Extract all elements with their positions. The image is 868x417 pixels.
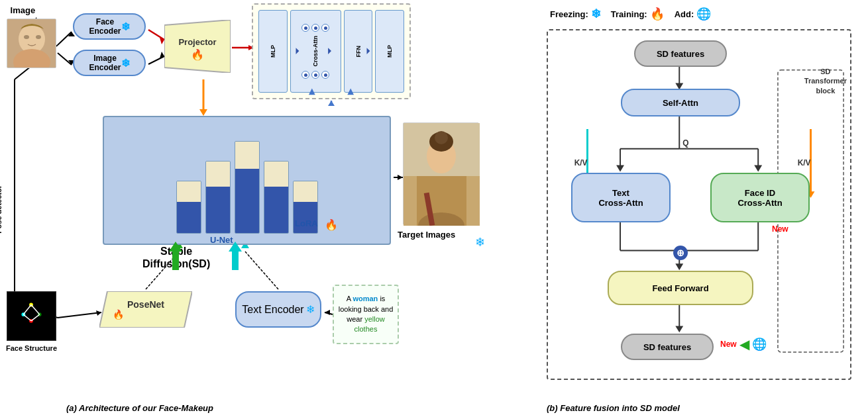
svg-text:Projector: Projector xyxy=(178,37,216,47)
left-caption: (a) Architecture of our Face-Makeup xyxy=(66,403,213,413)
svg-text:PoseNet: PoseNet xyxy=(127,299,164,310)
svg-marker-5 xyxy=(160,38,164,44)
text-encoder-box: Text Encoder ❄ xyxy=(235,291,321,328)
woman-text: woman xyxy=(353,295,378,302)
svg-point-33 xyxy=(36,35,41,39)
svg-marker-44 xyxy=(229,242,242,252)
unet-area: U-Net ❄ xyxy=(103,116,391,245)
legend-add: Add: 🌐 xyxy=(675,7,712,21)
image-encoder-box: Image Encoder ❄ xyxy=(73,50,146,76)
add-globe-icon: 🌐 xyxy=(696,7,711,21)
svg-marker-11 xyxy=(328,101,335,106)
text-encoder-label: Text Encoder xyxy=(242,304,303,316)
target-images-label: Target Images xyxy=(398,230,455,240)
right-panel: Freezing: ❄ Training: 🔥 Add: 🌐 xyxy=(537,0,868,417)
pose-detector-label: Pose detector xyxy=(0,185,3,234)
posenet-box: PoseNet 🔥 xyxy=(99,291,192,328)
freezing-snowflake-icon: ❄ xyxy=(591,7,601,21)
add-globe-icon-2: 🌐 xyxy=(752,337,767,351)
face-encoder-snowflake-icon: ❄ xyxy=(121,21,130,33)
lora-label: LoRA xyxy=(295,218,318,228)
svg-line-25 xyxy=(245,252,278,289)
svg-point-52 xyxy=(435,131,448,144)
image-encoder-label: Image Encoder xyxy=(89,54,121,72)
svg-line-2 xyxy=(58,53,72,65)
text-cross-attn-box: Text Cross-Attn xyxy=(571,173,671,222)
sd-features-bottom-box: SD features xyxy=(621,334,714,360)
svg-line-22 xyxy=(325,312,333,314)
svg-text:K/V: K/V xyxy=(798,158,811,167)
sd-transformer-label: SD Transformer block xyxy=(804,67,847,95)
svg-marker-71 xyxy=(616,165,624,172)
green-up-arrow xyxy=(166,242,186,274)
svg-marker-74 xyxy=(754,165,762,172)
svg-marker-89 xyxy=(675,326,683,332)
text-prompt-content: A woman is looking back and wear yellow … xyxy=(337,294,394,335)
cyan-up-arrow xyxy=(225,242,245,274)
svg-line-6 xyxy=(148,56,164,64)
feed-forward-box: Feed Forward xyxy=(608,271,753,305)
face-encoder-box: Face Encoder ❄ xyxy=(73,13,146,40)
svg-marker-7 xyxy=(160,52,164,58)
svg-rect-43 xyxy=(172,252,179,270)
face-photo xyxy=(7,19,56,68)
cross-attn-label: Cross-Attn xyxy=(312,36,319,67)
training-fire-icon: 🔥 xyxy=(650,7,665,21)
face-id-cross-attn-box: Face ID Cross-Attn xyxy=(710,173,810,222)
face-encoder-label: Face Encoder xyxy=(89,17,121,36)
self-attn-box: Self-Attn xyxy=(621,89,740,116)
svg-point-32 xyxy=(24,35,29,39)
svg-rect-57 xyxy=(7,292,56,340)
mlp2-label: MLP xyxy=(386,45,393,58)
green-arrow-icon: ◀ xyxy=(739,336,749,352)
svg-text:🔥: 🔥 xyxy=(113,309,125,320)
right-caption: (b) Feature fusion into SD model xyxy=(547,403,680,413)
svg-rect-45 xyxy=(232,252,239,270)
projector-area: Projector 🔥 xyxy=(164,20,231,73)
mlp1-label: MLP xyxy=(270,45,276,58)
unet-snowflake-icon: ❄ xyxy=(475,235,485,250)
sd-features-top-box: SD features xyxy=(634,40,727,67)
svg-text:K/V: K/V xyxy=(574,158,588,167)
text-prompt-box: A woman is looking back and wear yellow … xyxy=(333,285,399,344)
left-panel: Image prompt Face Encoder ❄ Image Encode… xyxy=(0,0,537,417)
lora-fire-icon: 🔥 xyxy=(325,218,338,231)
legend-training: Training: 🔥 xyxy=(611,7,665,21)
svg-marker-87 xyxy=(675,263,683,270)
image-encoder-snowflake-icon: ❄ xyxy=(121,57,130,70)
svg-marker-19 xyxy=(398,175,403,180)
ffn-label: FFN xyxy=(355,46,362,58)
svg-marker-13 xyxy=(199,109,207,116)
attn-block: MLP Cross-Attn xyxy=(252,3,411,99)
new-label-1: New xyxy=(772,222,788,234)
plus-circle: ⊕ xyxy=(673,246,688,260)
svg-line-0 xyxy=(58,32,72,45)
right-diagram: Q K/V K/V xyxy=(547,29,851,380)
svg-marker-23 xyxy=(325,310,330,315)
legend-freezing: Freezing: ❄ xyxy=(550,7,601,21)
text-encoder-snowflake-icon: ❄ xyxy=(306,303,315,316)
legend-row: Freezing: ❄ Training: 🔥 Add: 🌐 xyxy=(550,7,858,21)
new-label-2-area: New ◀ 🌐 xyxy=(720,336,767,352)
face-structure-image xyxy=(7,291,56,341)
main-container: Image prompt Face Encoder ❄ Image Encode… xyxy=(0,0,868,417)
svg-line-20 xyxy=(58,312,101,318)
svg-text:🔥: 🔥 xyxy=(191,48,204,61)
svg-text:Q: Q xyxy=(682,138,688,148)
svg-line-4 xyxy=(148,30,164,40)
svg-marker-42 xyxy=(169,242,182,252)
target-image xyxy=(403,122,479,225)
face-structure-label: Face Structure xyxy=(3,344,60,352)
